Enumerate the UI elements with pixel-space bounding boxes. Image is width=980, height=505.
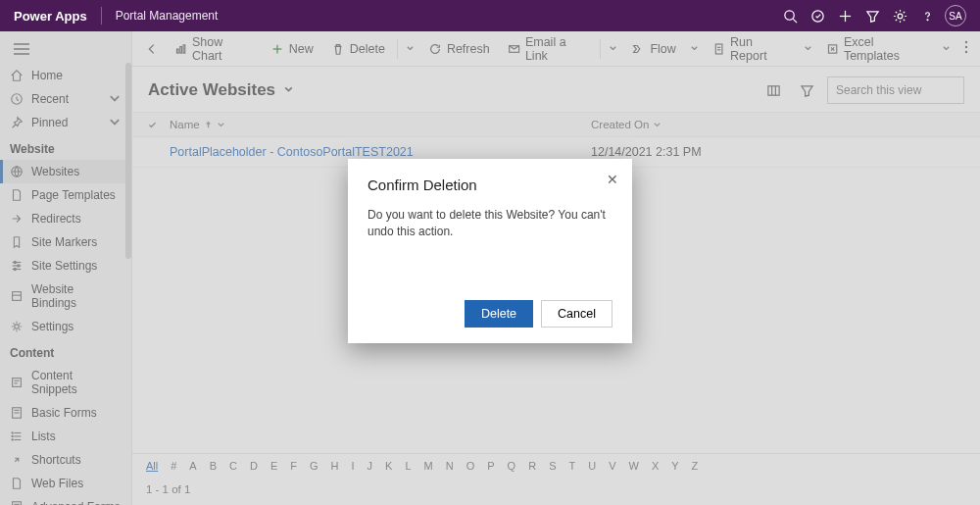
search-icon[interactable] <box>776 0 804 31</box>
modal-overlay: Confirm Deletion ✕ Do you want to delete… <box>0 31 980 505</box>
svg-point-6 <box>927 19 928 20</box>
close-icon[interactable]: ✕ <box>607 173 618 186</box>
confirm-dialog: Confirm Deletion ✕ Do you want to delete… <box>348 159 632 343</box>
avatar-initials: SA <box>949 11 961 22</box>
svg-point-5 <box>898 14 903 19</box>
add-icon[interactable] <box>831 0 858 31</box>
dialog-title: Confirm Deletion <box>368 177 612 193</box>
svg-point-0 <box>784 10 793 19</box>
svg-point-2 <box>811 10 822 21</box>
top-bar: Power Apps Portal Management SA <box>0 0 980 31</box>
dialog-delete-button[interactable]: Delete <box>465 300 533 328</box>
portal-label: Portal Management <box>116 9 219 23</box>
dialog-cancel-button[interactable]: Cancel <box>541 300 612 328</box>
svg-line-1 <box>793 19 797 23</box>
dialog-body: Do you want to delete this Website? You … <box>368 207 612 241</box>
settings-icon[interactable] <box>886 0 913 31</box>
topbar-divider <box>101 7 102 25</box>
filter-icon[interactable] <box>858 0 886 31</box>
brand-label: Power Apps <box>14 9 87 24</box>
user-avatar[interactable]: SA <box>945 5 966 26</box>
help-icon[interactable] <box>913 0 941 31</box>
task-icon[interactable] <box>804 0 831 31</box>
